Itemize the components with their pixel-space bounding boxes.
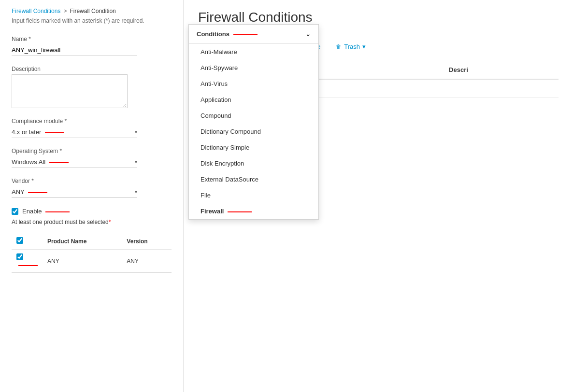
- enable-checkbox[interactable]: [12, 208, 18, 215]
- name-input[interactable]: [12, 44, 137, 56]
- conditions-chevron-icon: ⌄: [305, 30, 311, 38]
- products-table: Product Name Version ANY ANY: [12, 233, 172, 273]
- dropdown-item-anti-virus[interactable]: Anti-Virus: [189, 76, 318, 92]
- enable-label: Enable: [22, 208, 70, 215]
- table-row: ANY ANY: [12, 250, 172, 273]
- products-select-all[interactable]: [16, 237, 23, 244]
- os-label: Operating System *: [12, 148, 172, 154]
- compliance-select[interactable]: 4.x or later: [12, 126, 137, 138]
- table-header-description: Descri: [443, 61, 559, 79]
- conditions-header-label: Conditions: [197, 30, 258, 38]
- os-chevron-icon: [135, 159, 137, 165]
- trash-button[interactable]: Trash: [332, 41, 370, 52]
- description-label: Description: [12, 66, 172, 72]
- compliance-label: Compliance module *: [12, 118, 172, 125]
- dropdown-item-dictionary-simple[interactable]: Dictionary Simple: [189, 140, 318, 155]
- trash-icon: [336, 43, 342, 50]
- dropdown-item-anti-malware[interactable]: Anti-Malware: [189, 44, 318, 60]
- breadcrumb-parent[interactable]: Firewall Conditions: [12, 8, 60, 14]
- compliance-group: Compliance module * 4.x or later: [12, 118, 172, 138]
- vendor-label: Vendor *: [12, 178, 172, 184]
- product-name-cell: ANY: [43, 250, 122, 273]
- os-group: Operating System * Windows All: [12, 148, 172, 168]
- os-value: Windows All: [12, 158, 135, 166]
- row-description-cell: [443, 79, 559, 98]
- products-col-name: Product Name: [43, 233, 122, 250]
- dropdown-item-application[interactable]: Application: [189, 92, 318, 108]
- products-col-version: Version: [122, 233, 172, 250]
- dropdown-item-dictionary-compound[interactable]: Dictionary Compound: [189, 124, 318, 140]
- dropdown-item-disk-encryption[interactable]: Disk Encryption: [189, 155, 318, 171]
- conditions-dropdown: Conditions ⌄ Anti-Malware Anti-Spyware A…: [188, 24, 319, 220]
- breadcrumb: Firewall Conditions > Firewall Condition: [12, 8, 172, 14]
- vendor-value: ANY: [12, 188, 135, 196]
- dropdown-item-anti-spyware[interactable]: Anti-Spyware: [189, 60, 318, 76]
- vendor-select[interactable]: ANY: [12, 186, 137, 198]
- name-label: Name *: [12, 36, 172, 42]
- enable-row: Enable: [12, 208, 172, 215]
- page-title: Firewall Conditions: [198, 10, 559, 25]
- os-select[interactable]: Windows All: [12, 156, 137, 168]
- vendor-chevron-icon: [135, 189, 137, 195]
- dropdown-item-external-datasource[interactable]: External DataSource: [189, 171, 318, 187]
- dropdown-item-file[interactable]: File: [189, 187, 318, 203]
- vendor-group: Vendor * ANY: [12, 178, 172, 198]
- description-group: Description: [12, 66, 172, 108]
- compliance-value: 4.x or later: [12, 128, 135, 136]
- conditions-header[interactable]: Conditions ⌄: [189, 25, 318, 44]
- warning-text: At least one product must be selected*: [12, 219, 172, 225]
- trash-label: Trash: [344, 43, 360, 50]
- description-input[interactable]: [12, 74, 128, 108]
- breadcrumb-separator: >: [63, 8, 67, 14]
- dropdown-item-firewall[interactable]: Firewall: [189, 203, 318, 219]
- product-version-cell: ANY: [122, 250, 172, 273]
- dropdown-item-compound[interactable]: Compound: [189, 108, 318, 124]
- trash-chevron-icon: [362, 43, 366, 50]
- required-note: Input fields marked with an asterisk (*)…: [12, 17, 172, 24]
- compliance-chevron-icon: [135, 129, 137, 135]
- name-group: Name *: [12, 36, 172, 56]
- breadcrumb-current: Firewall Condition: [70, 8, 115, 14]
- product-row-checkbox[interactable]: [16, 253, 23, 260]
